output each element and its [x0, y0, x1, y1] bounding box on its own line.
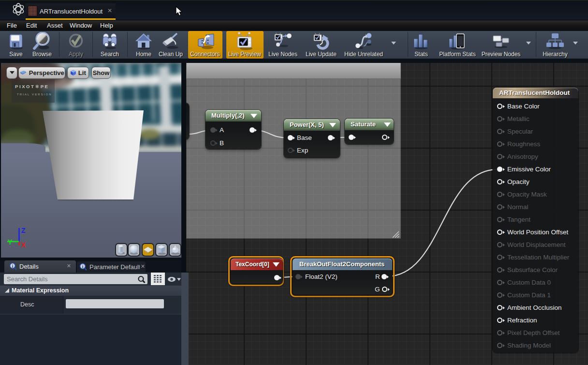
svg-text:X: X — [21, 241, 26, 249]
svg-text:i: i — [12, 264, 14, 269]
svg-text:Z: Z — [21, 227, 26, 234]
svg-text:i: i — [82, 264, 84, 269]
svg-text:Y: Y — [8, 238, 13, 246]
